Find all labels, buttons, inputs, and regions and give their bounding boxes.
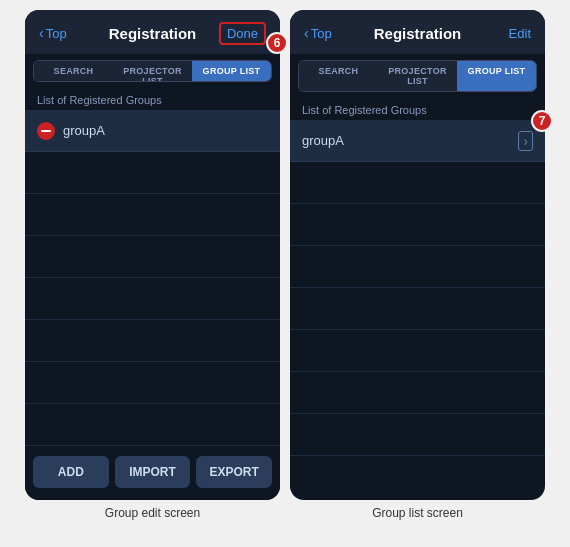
empty-row bbox=[290, 246, 545, 288]
empty-row bbox=[25, 236, 280, 278]
group-item-left-list: groupA bbox=[302, 133, 344, 148]
empty-row bbox=[25, 152, 280, 194]
empty-row bbox=[25, 404, 280, 446]
empty-row bbox=[290, 372, 545, 414]
bottom-bar-edit: ADD IMPORT EXPORT bbox=[25, 446, 280, 500]
tab-bar-list: SEARCH PROJECTOR LIST GROUP LIST bbox=[298, 60, 537, 92]
group-item-left-edit: groupA bbox=[37, 122, 105, 140]
tab-grouplist-edit[interactable]: GROUP LIST bbox=[192, 61, 271, 81]
caption-list: Group list screen bbox=[290, 506, 545, 520]
nav-title-edit: Registration bbox=[109, 25, 197, 42]
back-label-list: Top bbox=[311, 26, 332, 41]
back-chevron-icon: ‹ bbox=[39, 25, 44, 41]
empty-row bbox=[25, 362, 280, 404]
step-badge-7: 7 bbox=[531, 110, 553, 132]
minus-icon[interactable] bbox=[37, 122, 55, 140]
empty-row bbox=[290, 288, 545, 330]
export-button[interactable]: EXPORT bbox=[196, 456, 272, 488]
edit-button[interactable]: Edit bbox=[509, 26, 531, 41]
empty-row bbox=[25, 194, 280, 236]
nav-bar-edit: ‹ Top Registration Done bbox=[25, 10, 280, 54]
empty-row bbox=[290, 330, 545, 372]
group-edit-screen: ‹ Top Registration Done SEARCH PROJECTOR… bbox=[25, 10, 280, 500]
chevron-right-icon: › bbox=[518, 131, 533, 151]
tab-grouplist-list[interactable]: GROUP LIST bbox=[457, 61, 536, 91]
empty-row bbox=[290, 162, 545, 204]
section-label-edit: List of Registered Groups bbox=[25, 88, 280, 110]
group-list-view: groupA › bbox=[290, 120, 545, 500]
group-item-list-0[interactable]: groupA › bbox=[290, 120, 545, 162]
nav-back-list[interactable]: ‹ Top bbox=[304, 25, 332, 41]
back-chevron-icon-list: ‹ bbox=[304, 25, 309, 41]
group-item-edit-0[interactable]: groupA bbox=[25, 110, 280, 152]
done-button[interactable]: Done bbox=[219, 22, 266, 45]
tab-projector-edit[interactable]: PROJECTOR LIST bbox=[113, 61, 192, 81]
empty-rows-list bbox=[290, 162, 545, 500]
empty-row bbox=[290, 414, 545, 456]
empty-row bbox=[25, 278, 280, 320]
tab-bar-edit: SEARCH PROJECTOR LIST GROUP LIST bbox=[33, 60, 272, 82]
empty-row bbox=[25, 320, 280, 362]
section-label-list: List of Registered Groups bbox=[290, 98, 545, 120]
caption-edit: Group edit screen bbox=[25, 506, 280, 520]
captions: Group edit screen Group list screen bbox=[0, 500, 570, 526]
add-button[interactable]: ADD bbox=[33, 456, 109, 488]
group-list-screen: ‹ Top Registration Edit SEARCH PROJECTOR… bbox=[290, 10, 545, 500]
tab-search-edit[interactable]: SEARCH bbox=[34, 61, 113, 81]
nav-back-edit[interactable]: ‹ Top bbox=[39, 25, 67, 41]
tab-search-list[interactable]: SEARCH bbox=[299, 61, 378, 91]
group-list-edit: groupA bbox=[25, 110, 280, 446]
group-name-list-0: groupA bbox=[302, 133, 344, 148]
empty-rows-edit bbox=[25, 152, 280, 446]
step-badge-6: 6 bbox=[266, 32, 288, 54]
nav-title-list: Registration bbox=[374, 25, 462, 42]
group-name-edit-0: groupA bbox=[63, 123, 105, 138]
empty-row bbox=[290, 204, 545, 246]
import-button[interactable]: IMPORT bbox=[115, 456, 191, 488]
nav-bar-list: ‹ Top Registration Edit bbox=[290, 10, 545, 54]
tab-projector-list[interactable]: PROJECTOR LIST bbox=[378, 61, 457, 91]
back-label-edit: Top bbox=[46, 26, 67, 41]
